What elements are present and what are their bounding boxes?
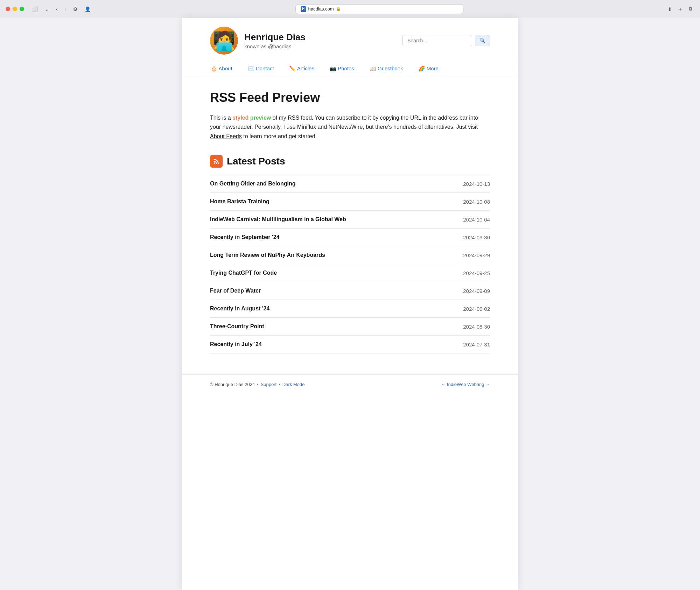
main-content: RSS Feed Preview This is a styled previe… (182, 76, 518, 374)
rss-icon (210, 155, 223, 168)
post-date: 2024-09-25 (463, 270, 490, 276)
address-bar-container: H hacdias.com 🔒 (97, 4, 661, 14)
rss-symbol (212, 157, 220, 165)
page-wrapper: 🧑‍💻 Henrique Dias known as @hacdias 🔍 🎂 … (182, 18, 518, 590)
footer-dark-mode-link[interactable]: Dark Mode (282, 382, 305, 387)
post-row[interactable]: Recently in September '24 2024-09-30 (210, 229, 490, 246)
address-bar[interactable]: H hacdias.com 🔒 (295, 4, 463, 14)
post-date: 2024-10-08 (463, 199, 490, 205)
lock-icon: 🔒 (336, 7, 341, 11)
url-text: hacdias.com (308, 6, 334, 12)
about-feeds-link[interactable]: About Feeds (210, 133, 242, 139)
site-favicon: H (301, 6, 306, 12)
nav-item-articles[interactable]: ✏️ Articles (281, 61, 322, 76)
posts-list: On Getting Older and Belonging 2024-10-1… (210, 175, 490, 353)
tab-overview-button[interactable]: ⧉ (687, 5, 694, 13)
browser-actions: ⬆ + ⧉ (666, 5, 694, 13)
post-date: 2024-09-09 (463, 288, 490, 294)
back-button[interactable]: ‹ (54, 5, 60, 13)
nav-item-about[interactable]: 🎂 🎂 AboutAbout (203, 61, 240, 76)
site-nav: 🎂 🎂 AboutAbout ✉️ Contact ✏️ Articles 📷 … (182, 61, 518, 76)
post-title: Recently in August '24 (210, 305, 270, 312)
post-title: Trying ChatGPT for Code (210, 270, 277, 276)
footer-support-link[interactable]: Support (261, 382, 277, 387)
forward-button[interactable]: › (63, 5, 69, 13)
post-title: IndieWeb Carnival: Multilingualism in a … (210, 216, 346, 223)
post-title: Three-Country Point (210, 323, 264, 330)
post-title: On Getting Older and Belonging (210, 181, 295, 187)
minimize-button[interactable] (13, 7, 17, 11)
footer-dot-2: • (279, 382, 280, 387)
site-name: Henrique Dias (244, 32, 306, 43)
intro-text: This is a styled preview of my RSS feed.… (210, 113, 490, 141)
site-header: 🧑‍💻 Henrique Dias known as @hacdias 🔍 (182, 18, 518, 55)
post-date: 2024-09-30 (463, 234, 490, 240)
search-button[interactable]: 🔍 (475, 35, 490, 46)
sidebar-toggle-button[interactable]: ⬜ (30, 5, 40, 13)
site-footer: © Henrique Dias 2024 • Support • Dark Mo… (182, 374, 518, 394)
browser-controls: ⬜ ⌄ ‹ › ⚙ 👤 (30, 5, 93, 13)
avatar-illustration: 🧑‍💻 (213, 31, 236, 50)
post-date: 2024-08-30 (463, 324, 490, 330)
footer-left: © Henrique Dias 2024 • Support • Dark Mo… (210, 382, 304, 387)
close-button[interactable] (6, 7, 10, 11)
nav-item-more[interactable]: 🌈 More (411, 61, 446, 76)
post-date: 2024-10-13 (463, 181, 490, 187)
latest-posts-header: Latest Posts (210, 155, 490, 168)
post-date: 2024-07-31 (463, 342, 490, 347)
site-handle: known as @hacdias (244, 43, 306, 49)
site-identity: Henrique Dias known as @hacdias (244, 32, 306, 49)
post-date: 2024-09-02 (463, 306, 490, 312)
styled-preview[interactable]: styled preview (232, 115, 271, 121)
post-row[interactable]: Long Term Review of NuPhy Air Keyboards … (210, 246, 490, 264)
page-title: RSS Feed Preview (210, 90, 490, 105)
profile-button[interactable]: 👤 (83, 5, 93, 13)
post-row[interactable]: Fear of Deep Water 2024-09-09 (210, 282, 490, 300)
chevron-down-button[interactable]: ⌄ (43, 5, 51, 13)
post-row[interactable]: Three-Country Point 2024-08-30 (210, 318, 490, 336)
post-title: Fear of Deep Water (210, 288, 261, 294)
post-row[interactable]: Home Barista Training 2024-10-08 (210, 193, 490, 211)
footer-dot-1: • (257, 382, 259, 387)
post-row[interactable]: On Getting Older and Belonging 2024-10-1… (210, 175, 490, 193)
nav-item-photos[interactable]: 📷 Photos (322, 61, 362, 76)
post-date: 2024-10-04 (463, 217, 490, 223)
nav-item-contact[interactable]: ✉️ Contact (240, 61, 282, 76)
post-title: Home Barista Training (210, 198, 270, 205)
post-date: 2024-09-29 (463, 252, 490, 258)
post-row[interactable]: Trying ChatGPT for Code 2024-09-25 (210, 264, 490, 282)
traffic-lights (6, 7, 24, 11)
footer-copyright: © Henrique Dias 2024 (210, 382, 255, 387)
latest-posts-title: Latest Posts (227, 156, 285, 167)
post-title: Recently in September '24 (210, 234, 280, 240)
new-tab-button[interactable]: + (677, 5, 684, 13)
fullscreen-button[interactable] (20, 7, 24, 11)
post-row[interactable]: Recently in July '24 2024-07-31 (210, 336, 490, 353)
post-row[interactable]: IndieWeb Carnival: Multilingualism in a … (210, 211, 490, 229)
avatar: 🧑‍💻 (210, 27, 238, 55)
search-input[interactable] (402, 35, 472, 46)
footer-webring-link[interactable]: ← IndieWeb Webring → (441, 382, 490, 387)
footer-webring[interactable]: ← IndieWeb Webring → (441, 382, 490, 387)
nav-item-guestbook[interactable]: 📖 Guestbook (362, 61, 411, 76)
settings-button[interactable]: ⚙ (71, 5, 80, 13)
browser-chrome: ⬜ ⌄ ‹ › ⚙ 👤 H hacdias.com 🔒 ⬆ + ⧉ (0, 0, 700, 18)
post-row[interactable]: Recently in August '24 2024-09-02 (210, 300, 490, 318)
share-button[interactable]: ⬆ (666, 5, 674, 13)
post-title: Recently in July '24 (210, 341, 262, 347)
header-right: 🔍 (402, 35, 490, 46)
header-left: 🧑‍💻 Henrique Dias known as @hacdias (210, 27, 306, 55)
post-title: Long Term Review of NuPhy Air Keyboards (210, 252, 325, 258)
